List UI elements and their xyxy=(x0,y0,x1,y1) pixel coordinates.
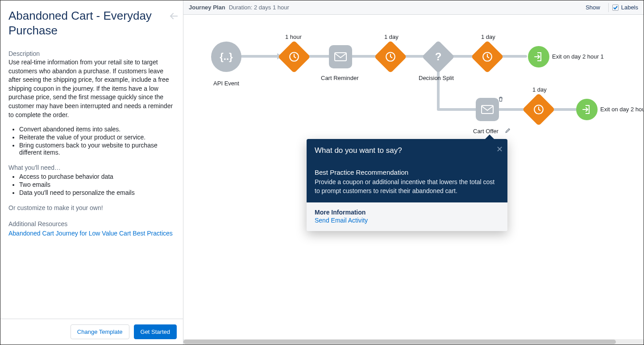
get-started-button[interactable]: Get Started xyxy=(134,324,177,339)
scrollbar-thumb[interactable] xyxy=(183,340,616,344)
cart-offer-label: Cart Offer xyxy=(473,128,499,135)
canvas-title: Journey Plan xyxy=(189,4,225,11)
exit-top-label: Exit on day 2 hour 1 xyxy=(552,53,604,60)
clock-icon xyxy=(533,104,544,115)
list-item: Bring customers back to your website to … xyxy=(19,142,175,156)
braces-icon: {..} xyxy=(219,49,234,64)
journey-canvas[interactable]: {..} API Event 1 hour Cart Reminder 1 da… xyxy=(183,15,644,345)
decision-split-label: Decision Split xyxy=(419,75,454,81)
clock-icon xyxy=(385,51,396,63)
exit-icon xyxy=(582,104,592,115)
show-button[interactable]: Show xyxy=(581,3,605,12)
benefits-list: Convert abandoned items into sales. Reit… xyxy=(8,126,175,156)
checkbox-icon xyxy=(612,4,619,11)
wait-1-day-b-duration: 1 day xyxy=(481,34,495,40)
back-arrow-icon[interactable] xyxy=(170,13,178,21)
api-event-node[interactable]: {..} xyxy=(211,42,241,72)
wait-1-hour-duration: 1 hour xyxy=(285,34,302,40)
labels-checkbox-label: Labels xyxy=(621,4,638,11)
description-label: Description xyxy=(8,50,175,57)
horizontal-scrollbar[interactable] xyxy=(183,339,644,345)
journey-template-title: Abandoned Cart - Everyday Purchase xyxy=(8,8,175,38)
wait-1-day-c-node[interactable] xyxy=(522,93,555,126)
resources-label: Additional Resources xyxy=(8,220,175,227)
best-practice-title: Best Practice Recommendation xyxy=(315,168,499,176)
decision-split-node[interactable]: ? xyxy=(422,40,455,73)
list-item: Two emails xyxy=(19,181,175,188)
wait-1-day-c-duration: 1 day xyxy=(532,86,547,93)
need-list: Access to purchase behavior data Two ema… xyxy=(8,173,175,196)
clock-icon xyxy=(482,51,493,63)
wait-1-hour-node[interactable] xyxy=(278,40,311,73)
canvas-duration: Duration: 2 days 1 hour xyxy=(229,4,289,11)
description-text: Use real-time information from your reta… xyxy=(8,58,175,119)
resource-link[interactable]: Abandoned Cart Journey for Low Value Car… xyxy=(8,230,173,237)
exit-bottom-label: Exit on day 2 hour 1 xyxy=(600,106,644,113)
list-item: Reiterate the value of your product or s… xyxy=(19,134,175,141)
canvas-header: Journey Plan Duration: 2 days 1 hour Sho… xyxy=(183,0,644,15)
divider xyxy=(608,3,609,12)
need-label: What you'll need… xyxy=(8,164,175,171)
labels-checkbox[interactable]: Labels xyxy=(612,4,638,11)
svg-text:{..}: {..} xyxy=(220,51,233,62)
svg-rect-2 xyxy=(335,53,346,61)
svg-rect-5 xyxy=(482,105,493,114)
best-practice-text: Provide a coupon or additional incentive… xyxy=(315,178,499,195)
wait-1-day-a-duration: 1 day xyxy=(384,34,399,40)
exit-icon xyxy=(533,51,544,62)
close-icon[interactable]: ✕ xyxy=(496,144,503,154)
question-icon: ? xyxy=(435,50,442,63)
exit-top-node[interactable] xyxy=(528,46,549,67)
api-event-label: API Event xyxy=(210,80,242,87)
email-icon xyxy=(481,105,494,114)
cart-offer-node[interactable] xyxy=(476,98,499,121)
cart-reminder-label: Cart Reminder xyxy=(321,75,359,81)
customize-text: Or customize to make it your own! xyxy=(8,204,175,211)
change-template-button[interactable]: Change Template xyxy=(71,324,129,339)
connector xyxy=(241,55,281,58)
sidebar: Abandoned Cart - Everyday Purchase Descr… xyxy=(0,0,183,345)
wait-1-day-b-node[interactable] xyxy=(471,40,504,73)
list-item: Data you'll need to personalize the emai… xyxy=(19,189,175,196)
pencil-icon[interactable] xyxy=(505,127,511,135)
sidebar-footer: Change Template Get Started xyxy=(0,319,183,345)
popover-caret xyxy=(485,135,494,139)
email-icon xyxy=(334,52,347,61)
more-info-title: More Information xyxy=(315,209,499,216)
connector xyxy=(437,108,589,111)
recommendation-popover: What do you want to say? ✕ Best Practice… xyxy=(307,139,507,231)
exit-bottom-node[interactable] xyxy=(576,99,598,120)
list-item: Convert abandoned items into sales. xyxy=(19,126,175,133)
trash-icon[interactable] xyxy=(498,96,504,104)
popover-title: What do you want to say? xyxy=(315,146,499,155)
wait-1-day-a-node[interactable] xyxy=(374,40,407,73)
cart-reminder-node[interactable] xyxy=(329,45,352,68)
send-email-activity-link[interactable]: Send Email Activity xyxy=(315,217,368,224)
clock-icon xyxy=(288,51,300,63)
list-item: Access to purchase behavior data xyxy=(19,173,175,180)
